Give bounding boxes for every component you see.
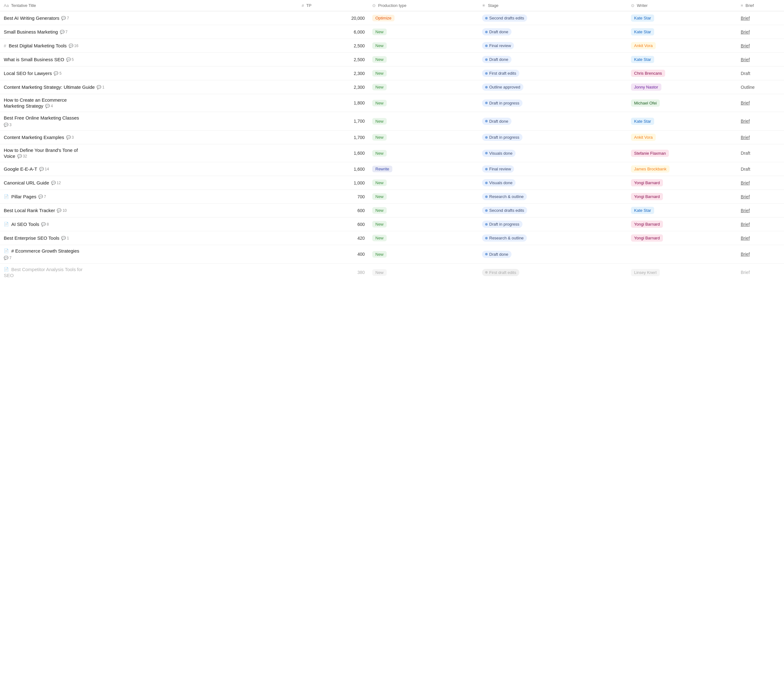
writer-cell[interactable]: Yongi Barnard — [627, 176, 737, 190]
writer-badge[interactable]: Yongi Barnard — [631, 221, 663, 228]
table-row[interactable]: #Best Digital Marketing Tools 💬162,500Ne… — [0, 39, 784, 53]
brief-cell[interactable]: Brief — [737, 39, 784, 53]
prod-type-cell[interactable]: New — [369, 204, 478, 217]
stage-badge[interactable]: Draft done — [482, 56, 512, 63]
prod-type-cell[interactable]: New — [369, 131, 478, 144]
table-row[interactable]: What is Small Business SEO 💬52,500NewDra… — [0, 53, 784, 67]
writer-cell[interactable]: Ankit Vora — [627, 131, 737, 144]
stage-badge[interactable]: Draft in progress — [482, 221, 523, 228]
brief-cell[interactable]: Brief — [737, 53, 784, 67]
table-row[interactable]: Content Marketing Examples 💬31,700NewDra… — [0, 131, 784, 144]
brief-cell[interactable]: Draft — [737, 67, 784, 80]
col-header-title[interactable]: Aa Tentative Title — [0, 0, 298, 11]
brief-cell[interactable]: Brief — [737, 231, 784, 245]
brief-cell[interactable]: Draft — [737, 144, 784, 162]
prod-badge[interactable]: New — [372, 235, 387, 241]
prod-type-cell[interactable]: New — [369, 94, 478, 112]
writer-cell[interactable]: Yongi Barnard — [627, 190, 737, 204]
prod-type-cell[interactable]: Rewrite — [369, 162, 478, 176]
stage-cell[interactable]: Draft done — [478, 53, 627, 67]
stage-badge[interactable]: Second drafts edits — [482, 207, 527, 214]
prod-type-cell[interactable]: New — [369, 217, 478, 231]
prod-badge[interactable]: New — [372, 134, 387, 140]
stage-cell[interactable]: Draft done — [478, 245, 627, 264]
prod-badge[interactable]: New — [372, 118, 387, 125]
col-header-writer[interactable]: ⊙ Writer — [627, 0, 737, 11]
table-row[interactable]: 📄Best Competitor Analysis Tools forSEO38… — [0, 264, 784, 281]
writer-badge[interactable]: Chris Brencans — [631, 70, 665, 77]
table-row[interactable]: 📄# Ecommerce Growth Strategies💬7400NewDr… — [0, 245, 784, 264]
writer-cell[interactable]: Yongi Barnard — [627, 217, 737, 231]
stage-badge[interactable]: Research & outline — [482, 193, 527, 200]
prod-badge[interactable]: New — [372, 269, 387, 276]
writer-cell[interactable]: Kate Star — [627, 204, 737, 217]
brief-cell[interactable]: Brief — [737, 204, 784, 217]
brief-cell[interactable]: Brief — [737, 245, 784, 264]
prod-type-cell[interactable]: New — [369, 67, 478, 80]
brief-cell[interactable]: Outline — [737, 80, 784, 94]
brief-link[interactable]: Brief — [741, 119, 750, 123]
stage-cell[interactable]: Draft in progress — [478, 217, 627, 231]
stage-badge[interactable]: Draft done — [482, 118, 512, 125]
prod-badge[interactable]: New — [372, 150, 387, 157]
stage-badge[interactable]: Draft in progress — [482, 134, 523, 141]
prod-type-cell[interactable]: New — [369, 144, 478, 162]
prod-type-cell[interactable]: Optimize — [369, 11, 478, 25]
writer-cell[interactable]: Chris Brencans — [627, 67, 737, 80]
prod-type-cell[interactable]: New — [369, 53, 478, 67]
stage-cell[interactable]: Draft done — [478, 112, 627, 131]
writer-badge[interactable]: Kate Star — [631, 14, 654, 22]
stage-cell[interactable]: Outline approved — [478, 80, 627, 94]
table-row[interactable]: Local SEO for Lawyers 💬52,300NewFirst dr… — [0, 67, 784, 80]
stage-badge[interactable]: First draft edits — [482, 70, 519, 77]
stage-cell[interactable]: Second drafts edits — [478, 11, 627, 25]
brief-cell[interactable]: Brief — [737, 11, 784, 25]
prod-type-cell[interactable]: New — [369, 245, 478, 264]
prod-badge[interactable]: New — [372, 251, 387, 257]
table-row[interactable]: Best Enterprise SEO Tools 💬1420NewResear… — [0, 231, 784, 245]
table-row[interactable]: Canonical URL Guide 💬121,000NewVisuals d… — [0, 176, 784, 190]
table-row[interactable]: Best Local Rank Tracker 💬10600NewSecond … — [0, 204, 784, 217]
stage-badge[interactable]: Second drafts edits — [482, 14, 527, 22]
brief-link[interactable]: Brief — [741, 43, 750, 48]
table-row[interactable]: Google E-E-A-T 💬141,600RewriteFinal revi… — [0, 162, 784, 176]
stage-cell[interactable]: Final review — [478, 39, 627, 53]
prod-type-cell[interactable]: New — [369, 264, 478, 281]
brief-link[interactable]: Brief — [741, 100, 750, 105]
prod-badge[interactable]: New — [372, 42, 387, 49]
prod-type-cell[interactable]: New — [369, 25, 478, 39]
brief-cell[interactable]: Draft — [737, 162, 784, 176]
writer-cell[interactable]: Stefanie Flaxman — [627, 144, 737, 162]
stage-cell[interactable]: Second drafts edits — [478, 204, 627, 217]
writer-cell[interactable]: James Brockbank — [627, 162, 737, 176]
stage-cell[interactable]: Draft in progress — [478, 94, 627, 112]
writer-badge[interactable]: Ankit Vora — [631, 42, 656, 49]
prod-type-cell[interactable]: New — [369, 231, 478, 245]
brief-cell[interactable]: Brief — [737, 176, 784, 190]
prod-type-cell[interactable]: New — [369, 80, 478, 94]
brief-link[interactable]: Brief — [741, 236, 750, 241]
brief-link[interactable]: Brief — [741, 57, 750, 62]
writer-badge[interactable]: Kate Star — [631, 118, 654, 125]
stage-cell[interactable]: First draft edits — [478, 67, 627, 80]
writer-badge[interactable]: Kate Star — [631, 207, 654, 214]
stage-badge[interactable]: Visuals done — [482, 150, 516, 157]
writer-cell[interactable]: Kate Star — [627, 11, 737, 25]
stage-badge[interactable]: Research & outline — [482, 234, 527, 242]
stage-badge[interactable]: Outline approved — [482, 83, 523, 90]
writer-cell[interactable]: Kate Star — [627, 25, 737, 39]
writer-badge[interactable]: Linsey Knerl — [631, 269, 660, 276]
prod-type-cell[interactable]: New — [369, 176, 478, 190]
col-header-brief[interactable]: ≡ Brief — [737, 0, 784, 11]
writer-badge[interactable]: Kate Star — [631, 28, 654, 36]
writer-cell[interactable]: Linsey Knerl — [627, 264, 737, 281]
prod-badge[interactable]: Rewrite — [372, 166, 392, 172]
stage-badge[interactable]: Visuals done — [482, 179, 516, 186]
stage-cell[interactable]: Final review — [478, 162, 627, 176]
prod-type-cell[interactable]: New — [369, 39, 478, 53]
brief-link[interactable]: Brief — [741, 194, 750, 199]
prod-badge[interactable]: New — [372, 193, 387, 200]
prod-badge[interactable]: New — [372, 70, 387, 76]
prod-badge[interactable]: New — [372, 84, 387, 90]
prod-badge[interactable]: New — [372, 179, 387, 186]
